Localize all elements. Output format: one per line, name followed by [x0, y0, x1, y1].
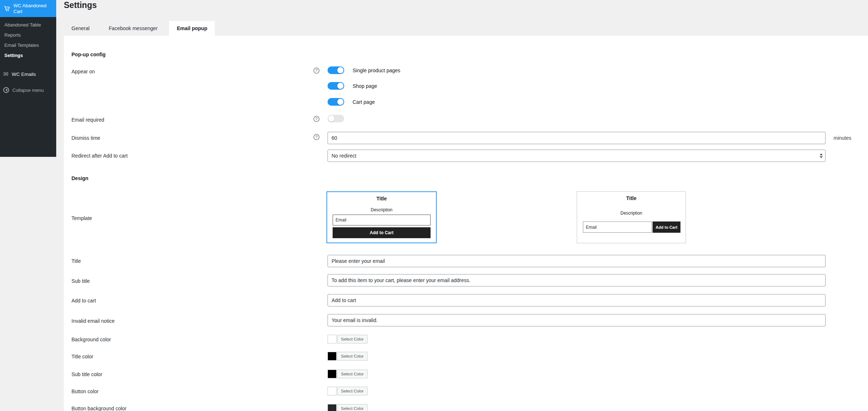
sidebar-brand-label: WC Abandoned Cart: [13, 3, 54, 15]
popup-config-heading: Pop-up config: [71, 52, 106, 57]
template-preview-title: Title: [577, 195, 686, 201]
sidebar-item-reports[interactable]: Reports: [0, 30, 56, 40]
select-color-button[interactable]: Select Color: [337, 352, 367, 361]
settings-tabs: General Facebook messenger Email popup: [64, 21, 215, 36]
background-color-picker[interactable]: Select Color: [328, 335, 367, 343]
help-icon[interactable]: [313, 68, 320, 74]
template-preview-description: Description: [327, 207, 436, 212]
template-option-stacked[interactable]: Title Description Email Add to Cart: [326, 191, 437, 243]
template-preview-title: Title: [327, 196, 436, 202]
cart-icon: [4, 5, 11, 12]
tab-email-popup[interactable]: Email popup: [169, 21, 215, 36]
template-preview-add-to-cart-button: Add to Cart: [653, 221, 680, 233]
help-icon[interactable]: [313, 116, 320, 122]
title-label: Title: [71, 258, 81, 264]
redirect-select[interactable]: No redirect: [328, 150, 826, 162]
wp-admin-screen: WC Abandoned Cart Abandoned Table Report…: [0, 0, 868, 411]
sub-title-input[interactable]: [328, 274, 826, 286]
collapse-icon: [3, 87, 9, 93]
title-input[interactable]: [328, 255, 826, 267]
button-background-color-label: Button background color: [71, 406, 127, 411]
template-preview-email-input: Email: [583, 221, 652, 233]
color-swatch: [328, 335, 337, 343]
sidebar-item-abandoned-table[interactable]: Abandoned Table: [0, 20, 56, 30]
sidebar-item-email-templates[interactable]: Email Templates: [0, 40, 56, 50]
button-color-picker[interactable]: Select Color: [328, 387, 367, 395]
select-color-button[interactable]: Select Color: [337, 387, 367, 395]
wc-emails-label: WC Emails: [12, 72, 36, 77]
toggle-cart-page[interactable]: [328, 98, 344, 106]
tab-facebook-messenger[interactable]: Facebook messenger: [101, 21, 165, 36]
select-color-button[interactable]: Select Color: [337, 404, 367, 411]
toggle-label-single-product-pages: Single product pages: [353, 68, 400, 73]
add-to-cart-label: Add to cart: [71, 298, 96, 304]
dismiss-time-unit: minutes: [834, 135, 851, 141]
sidebar-submenu: Abandoned Table Reports Email Templates …: [0, 17, 56, 66]
select-arrows-icon: [820, 154, 823, 158]
select-color-button[interactable]: Select Color: [337, 335, 367, 343]
appear-on-label: Appear on: [71, 69, 95, 74]
title-color-label: Title color: [71, 354, 93, 359]
button-color-label: Button color: [71, 388, 99, 394]
invalid-email-notice-label: Invalid email notice: [71, 318, 115, 324]
redirect-select-value: No redirect: [332, 153, 356, 159]
title-color-picker[interactable]: Select Color: [328, 352, 367, 361]
redirect-label: Redirect after Add to cart: [71, 153, 128, 159]
color-swatch: [328, 370, 337, 378]
toggle-label-shop-page: Shop page: [353, 83, 377, 89]
template-preview-add-to-cart-button: Add to Cart: [333, 227, 431, 238]
toggle-label-cart-page: Cart page: [353, 99, 375, 105]
toggle-shop-page[interactable]: [328, 82, 344, 90]
design-heading: Design: [71, 175, 89, 181]
sub-title-color-picker[interactable]: Select Color: [328, 370, 367, 378]
sidebar-item-settings[interactable]: Settings: [0, 50, 56, 61]
template-preview-description: Description: [577, 211, 686, 216]
color-swatch: [328, 352, 337, 361]
email-popup-settings-panel: Pop-up config Appear on Single product p…: [64, 36, 868, 411]
dismiss-time-input[interactable]: [328, 132, 826, 144]
help-icon[interactable]: [313, 134, 320, 140]
email-required-label: Email required: [71, 117, 104, 123]
color-swatch: [328, 404, 337, 411]
background-color-label: Background color: [71, 337, 111, 342]
toggle-email-required[interactable]: [328, 115, 344, 122]
email-icon: ✉: [3, 71, 8, 77]
template-option-inline[interactable]: Title Description Email Add to Cart: [577, 191, 686, 243]
button-background-color-picker[interactable]: Select Color: [328, 404, 367, 411]
template-preview-email-input: Email: [333, 215, 431, 225]
add-to-cart-input[interactable]: [328, 294, 826, 306]
sidebar-item-wc-emails[interactable]: ✉ WC Emails: [0, 68, 56, 80]
template-label: Template: [71, 215, 92, 221]
invalid-email-notice-input[interactable]: [328, 314, 826, 326]
collapse-menu-label: Collapse menu: [12, 88, 44, 93]
tab-general[interactable]: General: [64, 21, 97, 36]
admin-sidebar: WC Abandoned Cart Abandoned Table Report…: [0, 0, 56, 157]
select-color-button[interactable]: Select Color: [337, 370, 367, 378]
dismiss-time-label: Dismiss time: [71, 135, 100, 141]
sub-title-label: Sub title: [71, 278, 90, 284]
toggle-single-product-pages[interactable]: [328, 66, 344, 74]
collapse-menu-button[interactable]: Collapse menu: [0, 85, 56, 95]
page-title: Settings: [64, 0, 97, 10]
sub-title-color-label: Sub title color: [71, 371, 102, 377]
color-swatch: [328, 387, 337, 395]
sidebar-item-wc-abandoned-cart[interactable]: WC Abandoned Cart: [0, 0, 56, 17]
